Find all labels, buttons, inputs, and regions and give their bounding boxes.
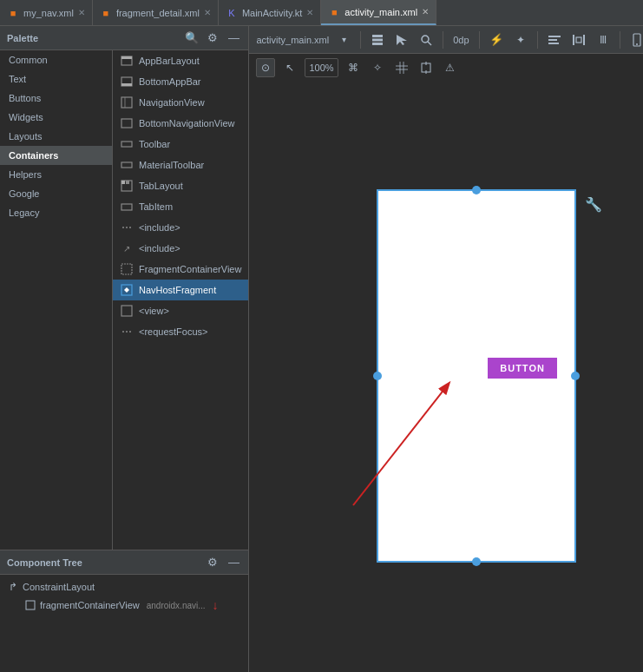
palette-title: Palette (7, 33, 184, 43)
list-item-include[interactable]: ↗ <include> (113, 238, 248, 259)
dropdown-icon[interactable]: ▾ (334, 30, 353, 49)
category-item-legacy[interactable]: Legacy (0, 203, 112, 222)
svg-point-14 (126, 227, 128, 228)
list-item-toolbar[interactable]: Toolbar (113, 134, 248, 155)
list-item-bottomnavigationview[interactable]: BottomNavigationView (113, 113, 248, 134)
tree-item-hint: androidx.navi... (147, 601, 206, 610)
select-icon[interactable] (392, 30, 411, 49)
handle-bottom[interactable] (472, 557, 481, 566)
align-icon[interactable] (545, 30, 564, 49)
svg-rect-22 (26, 601, 35, 609)
fragment-icon (24, 599, 36, 611)
list-item-requestfocus[interactable]: <requestFocus> (113, 321, 248, 342)
tree-minimize-icon[interactable]: — (226, 555, 241, 570)
tree-item-constraintlayout[interactable]: ↱ ConstraintLayout (0, 578, 248, 596)
text-direction-icon[interactable]: Ⅲ (594, 30, 613, 49)
appbarlayout-icon (120, 54, 134, 68)
constraint-icon[interactable] (417, 58, 436, 77)
list-item-fragmentcontainerview[interactable]: FragmentContainerView (113, 259, 248, 280)
toolbar-separator4 (537, 31, 538, 49)
animation-icon[interactable]: ⌘ (344, 58, 363, 77)
tab-label: MainActivity.kt (242, 8, 302, 18)
component-label: <include> (139, 222, 180, 233)
svg-point-19 (122, 331, 124, 333)
list-item-tablayout[interactable]: TabLayout (113, 175, 248, 196)
close-icon[interactable]: ✕ (422, 7, 429, 16)
component-label: AppBarLayout (139, 56, 200, 66)
list-item-tabitem[interactable]: TabItem (113, 196, 248, 217)
tablayout-icon (120, 179, 134, 193)
magic-icon[interactable]: ✦ (511, 30, 530, 49)
tree-body: ↱ ConstraintLayout fragmentContainerView… (0, 575, 248, 672)
handle-right[interactable] (571, 372, 580, 380)
tabitem-icon (120, 200, 134, 214)
button-widget[interactable]: BUTTON (488, 358, 557, 379)
settings-icon[interactable]: ⚙ (205, 30, 220, 46)
svg-rect-30 (548, 43, 559, 44)
tab-activity-main[interactable]: ■ activity_main.xml ✕ (321, 0, 436, 25)
warning-icon[interactable]: ⚠ (441, 58, 460, 77)
close-icon[interactable]: ✕ (78, 8, 85, 17)
list-item-navhostfragment[interactable]: NavHostFragment (113, 280, 248, 300)
canvas-area: activity_main.xml ▾ 0dp ⚡ ✦ (249, 26, 643, 672)
tree-item-label: ConstraintLayout (23, 582, 95, 592)
svg-rect-1 (121, 56, 132, 59)
category-item-widgets[interactable]: Widgets (0, 108, 112, 127)
category-item-helpers[interactable]: Helpers (0, 165, 112, 184)
device-icon[interactable] (627, 30, 643, 49)
list-item-bottomappbar[interactable]: BottomAppBar (113, 71, 248, 92)
zoom-percent-icon[interactable]: 100% (305, 58, 338, 77)
component-label: <include> (139, 243, 180, 254)
list-item-navigationview[interactable]: NavigationView (113, 92, 248, 113)
blueprint-icon[interactable]: ⊙ (256, 58, 275, 77)
tree-item-fragmentcontainer[interactable]: fragmentContainerView androidx.navi... ↓ (0, 596, 248, 615)
toolbar-separator (360, 31, 361, 49)
layers-icon[interactable] (368, 30, 387, 49)
close-icon[interactable]: ✕ (204, 8, 211, 17)
tab-bar: ■ my_nav.xml ✕ ■ fragment_detail.xml ✕ K… (0, 0, 643, 26)
lightning-icon[interactable]: ⚡ (487, 30, 506, 49)
tab-fragment-detail[interactable]: ■ fragment_detail.xml ✕ (93, 0, 219, 25)
category-item-text[interactable]: Text (0, 69, 112, 89)
cursor-icon[interactable]: ↖ (280, 58, 299, 77)
svg-line-27 (428, 42, 431, 45)
svg-rect-32 (583, 35, 585, 45)
svg-rect-28 (548, 36, 561, 37)
palette-header: Palette 🔍 ⚙ — (0, 26, 248, 50)
svg-rect-11 (126, 181, 129, 184)
svg-rect-25 (372, 43, 383, 45)
sparkle-icon[interactable]: ✧ (368, 58, 387, 77)
list-item-view[interactable]: <view> (113, 300, 248, 321)
zoom-icon[interactable] (417, 30, 436, 49)
list-item-viewstub[interactable]: <include> (113, 217, 248, 238)
list-item-appbarlayout[interactable]: AppBarLayout (113, 50, 248, 71)
category-item-google[interactable]: Google (0, 184, 112, 203)
requestfocus-icon (120, 325, 134, 339)
category-item-buttons[interactable]: Buttons (0, 89, 112, 108)
canvas-file-label: activity_main.xml (256, 35, 329, 45)
handle-left[interactable] (373, 372, 382, 380)
handle-top[interactable] (472, 186, 481, 194)
canvas-content: ⊙ ↖ 100% ⌘ ✧ ⚠ BU (249, 54, 643, 672)
close-icon[interactable]: ✕ (306, 8, 313, 17)
tab-my-nav[interactable]: ■ my_nav.xml ✕ (0, 0, 93, 25)
canvas-toolbar: activity_main.xml ▾ 0dp ⚡ ✦ (249, 26, 643, 54)
include-icon: ↗ (120, 241, 134, 255)
svg-point-26 (422, 36, 429, 43)
svg-point-20 (126, 331, 128, 333)
distribute-icon[interactable] (569, 30, 588, 49)
svg-rect-6 (121, 119, 132, 128)
grid-icon[interactable] (392, 58, 411, 77)
component-label: MaterialToolbar (139, 160, 204, 170)
list-item-materialtoolbar[interactable]: MaterialToolbar (113, 155, 248, 175)
category-list: Common Text Buttons Widgets Layouts Cont… (0, 50, 113, 550)
category-item-layouts[interactable]: Layouts (0, 127, 112, 146)
minimize-icon[interactable]: — (226, 30, 241, 46)
palette-body: Common Text Buttons Widgets Layouts Cont… (0, 50, 248, 550)
tree-settings-icon[interactable]: ⚙ (205, 555, 220, 570)
svg-rect-33 (576, 37, 581, 43)
search-icon[interactable]: 🔍 (184, 30, 200, 46)
category-item-containers[interactable]: Containers (0, 146, 112, 165)
tab-main-activity[interactable]: K MainActivity.kt ✕ (219, 0, 321, 25)
category-item-common[interactable]: Common (0, 50, 112, 69)
